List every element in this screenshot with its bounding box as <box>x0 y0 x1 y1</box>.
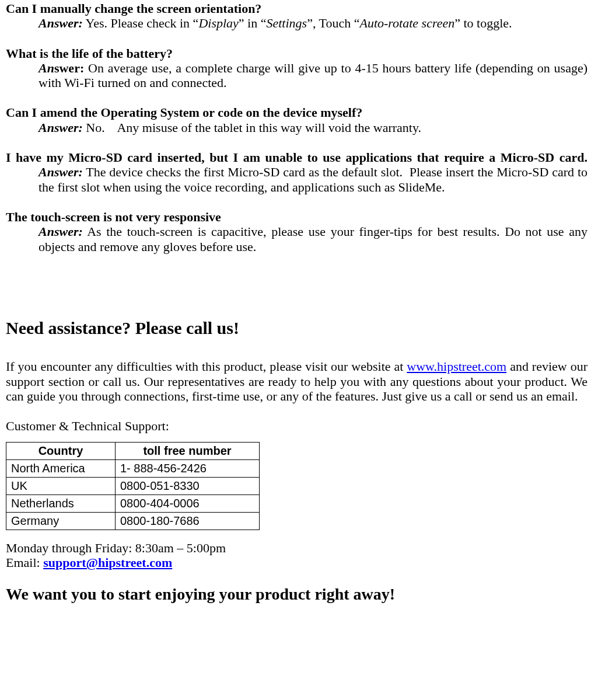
country-cell: North America <box>6 459 116 477</box>
number-cell: 0800-180-7686 <box>116 512 260 530</box>
faq-question-3: Can I amend the Operating System or code… <box>6 105 587 120</box>
table-header-row: Country toll free number <box>6 442 260 459</box>
email-link[interactable]: support@hipstreet.com <box>43 555 172 570</box>
table-header: toll free number <box>116 442 260 459</box>
faq-answer-3: Answer: No. Any misuse of the tablet in … <box>39 120 587 135</box>
support-label: Customer & Technical Support: <box>6 419 587 433</box>
answer-text: Yes. Please check in “ <box>83 16 199 30</box>
faq-question-5: The touch-screen is not very responsive <box>6 210 587 224</box>
answer-label: Answer: <box>39 120 83 135</box>
number-cell: 0800-051-8330 <box>116 477 260 494</box>
support-table: Country toll free number North America 1… <box>6 442 260 530</box>
answer-label: Answer: <box>39 165 83 179</box>
answer-text: Auto-rotate screen <box>359 16 454 30</box>
website-link[interactable]: www.hipstreet.com <box>407 359 506 374</box>
email-label: Email: <box>6 555 43 570</box>
number-cell: 1- 888-456-2426 <box>116 459 260 477</box>
faq-question-2: What is the life of the battery? <box>6 46 587 61</box>
table-row: Germany 0800-180-7686 <box>6 512 260 530</box>
support-email-line: Email: support@hipstreet.com <box>6 555 587 570</box>
faq-question-4: I have my Micro-SD card inserted, but I … <box>6 150 587 165</box>
answer-label: Answer: <box>39 224 83 239</box>
answer-text: ”, Touch “ <box>307 16 359 30</box>
country-cell: UK <box>6 477 116 494</box>
table-header: Country <box>6 442 116 459</box>
answer-text: As the touch-screen is capacitive, pleas… <box>39 224 587 253</box>
country-cell: Germany <box>6 512 116 530</box>
faq-answer-2: Answer: On average use, a complete charg… <box>39 61 587 90</box>
assistance-paragraph: If you encounter any difficulties with t… <box>6 359 587 403</box>
support-hours: Monday through Friday: 8:30am – 5:00pm <box>6 541 587 555</box>
table-row: UK 0800-051-8330 <box>6 477 260 494</box>
answer-text: ” in “ <box>239 16 267 30</box>
faq-answer-5: Answer: As the touch-screen is capacitiv… <box>39 224 587 254</box>
faq-question-1: Can I manually change the screen orienta… <box>6 1 587 16</box>
faq-answer-1: Answer: Yes. Please check in “Display” i… <box>39 16 587 30</box>
table-row: Netherlands 0800-404-0006 <box>6 494 260 512</box>
table-row: North America 1- 888-456-2426 <box>6 459 260 477</box>
assistance-heading: Need assistance? Please call us! <box>6 318 587 339</box>
answer-label: Answer: <box>39 16 83 30</box>
country-cell: Netherlands <box>6 494 116 512</box>
answer-text: On average use, a complete charge will g… <box>39 61 587 90</box>
para-text: If you encounter any difficulties with t… <box>6 359 407 374</box>
answer-text: Display <box>198 16 238 30</box>
answer-text: The device checks the first Micro-SD car… <box>39 165 587 194</box>
number-cell: 0800-404-0006 <box>116 494 260 512</box>
answer-text: No. Any misuse of the tablet in this way… <box>83 120 421 135</box>
answer-text: ” to toggle. <box>454 16 512 30</box>
document-page: Can I manually change the screen orienta… <box>0 0 591 615</box>
closing-heading: We want you to start enjoying your produ… <box>6 585 587 604</box>
answer-label: Answer: <box>39 61 84 75</box>
faq-answer-4: Answer: The device checks the first Micr… <box>39 165 587 194</box>
answer-text: Settings <box>266 16 307 30</box>
